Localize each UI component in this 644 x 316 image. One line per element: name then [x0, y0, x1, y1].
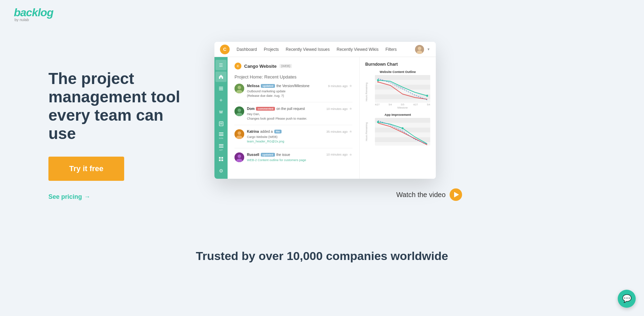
see-pricing-link[interactable]: See pricing →	[48, 193, 194, 201]
svg-rect-14	[219, 147, 223, 148]
activity-time-melissa: 9 minutes ago	[328, 84, 348, 88]
app-screenshot: C Dashboard Projects Recently Viewed Iss…	[214, 42, 436, 179]
app-user-chevron-icon: ▼	[427, 47, 430, 51]
chart-y-label-2: Hours Remaining	[365, 122, 368, 141]
project-title: Cango Website	[244, 64, 277, 69]
sidebar-icon-files[interactable]	[215, 119, 227, 129]
chart-x-labels-1: 4/27 5/4 5/5 4/27 5/4	[375, 103, 430, 106]
activity-name-russell: Russell	[247, 153, 259, 157]
chart-x-label: 5/4	[427, 103, 430, 106]
activity-star-melissa[interactable]: ★	[349, 84, 352, 88]
project-home: C Cango Website (WEB) Project Home: Rece…	[228, 57, 360, 179]
sidebar-svn-label: SVN	[219, 137, 223, 139]
activity-top-katrina: Katrina added a file 35 minutes ago ★	[247, 129, 352, 134]
activity-badge-melissa: updated	[261, 84, 275, 88]
chart-x-label: 5/5	[401, 103, 404, 106]
app-logo-circle: C	[220, 45, 230, 54]
activity-star-russell[interactable]: ★	[349, 152, 352, 157]
activity-name-katrina: Katrina	[247, 130, 259, 133]
app-nav-filters[interactable]: Filters	[385, 47, 397, 52]
sidebar-icon-board[interactable]	[215, 154, 227, 164]
logo-by: by nulab	[15, 18, 630, 22]
svg-rect-8	[220, 124, 222, 124]
sidebar-icon-menu[interactable]: ☰	[215, 60, 227, 70]
svg-rect-11	[219, 135, 223, 136]
app-nav-projects[interactable]: Projects	[264, 47, 279, 52]
chart-container-1: Website Content Outline Hours Remaining	[365, 70, 430, 109]
svg-point-26	[238, 131, 241, 135]
see-pricing-label: See pricing	[48, 193, 82, 201]
sidebar-icon-home[interactable]	[215, 72, 227, 82]
see-pricing-arrow-icon: →	[84, 193, 90, 201]
activity-action-katrina: added a	[260, 130, 273, 133]
activity-badge-katrina: file	[274, 130, 282, 133]
activity-content-russell: Russell updated the issue 10 minutes ago…	[247, 152, 352, 162]
activity-desc-melissa: Outbound marketing update(Release due da…	[247, 89, 352, 98]
chat-icon: 💬	[622, 294, 632, 303]
sidebar-icon-list[interactable]	[215, 83, 227, 94]
activity-time-dom: 10 minutes ago	[326, 107, 348, 111]
svg-point-20	[238, 86, 241, 89]
sidebar-icon-plus[interactable]: +	[215, 95, 227, 105]
activity-content-melissa: Melissa updated the Version/Milestone 9 …	[247, 84, 352, 98]
play-button[interactable]	[450, 188, 462, 201]
sidebar-icon-settings[interactable]: ⚙	[215, 166, 227, 176]
activity-item-katrina: Katrina added a file 35 minutes ago ★ Ca…	[234, 129, 352, 148]
svg-rect-5	[219, 90, 223, 90]
trusted-title: Trusted by over 10,000 companies worldwi…	[0, 249, 644, 263]
chat-bubble[interactable]: 💬	[618, 290, 636, 308]
svg-rect-7	[220, 123, 222, 123]
activity-desc-dom: Hey Dan,Changes look good! Please push t…	[247, 112, 352, 121]
activity-content-dom: Dom commented on the pull request 10 min…	[247, 106, 352, 121]
section-title: Project Home: Recent Updates	[234, 74, 352, 80]
project-badge: (WEB)	[279, 64, 292, 68]
svg-rect-9	[219, 132, 223, 133]
logo: backlog by nulab	[14, 6, 630, 22]
chart-container-2: App Improvement Hours Remaining	[365, 113, 430, 146]
activity-link-russell[interactable]: WEB-2 Content outline for customers page	[247, 158, 306, 162]
activity-link-katrina[interactable]: team_header_RG@2x.png	[247, 140, 284, 143]
svg-rect-12	[219, 144, 223, 145]
chart-x-label: 4/27	[413, 103, 418, 106]
app-nav-right: ▼	[415, 45, 430, 54]
svg-point-32	[426, 95, 428, 97]
activity-badge-russell: updated	[261, 153, 275, 157]
chart-y-label-1: Hours Remaining	[365, 83, 368, 101]
burndown-title: Burndown Chart	[365, 62, 430, 67]
chart-label-2: App Improvement	[365, 113, 430, 117]
activity-content-katrina: Katrina added a file 35 minutes ago ★ Ca…	[247, 129, 352, 143]
svg-rect-10	[219, 134, 223, 134]
activity-top-melissa: Melissa updated the Version/Milestone 9 …	[247, 84, 352, 88]
header: backlog by nulab	[0, 0, 644, 28]
svg-point-23	[238, 109, 241, 112]
sidebar-icon-git[interactable]: GIT	[215, 142, 227, 152]
app-nav-dashboard[interactable]: Dashboard	[237, 47, 257, 52]
activity-star-katrina[interactable]: ★	[349, 129, 352, 134]
activity-star-dom[interactable]: ★	[349, 106, 352, 111]
chart-svg-1	[375, 75, 430, 103]
svg-rect-4	[219, 88, 223, 89]
app-screenshot-wrapper: C Dashboard Projects Recently Viewed Iss…	[214, 42, 436, 179]
activity-desc-katrina: Cargo Website (WEB) team_header_RG@2x.pn…	[247, 135, 352, 143]
activity-badge-dom: commented	[256, 107, 275, 111]
app-topnav: C Dashboard Projects Recently Viewed Iss…	[214, 42, 436, 57]
burndown-panel: Burndown Chart Website Content Outline H…	[360, 57, 436, 179]
app-nav-wikis[interactable]: Recently Viewed Wikis	[337, 47, 378, 52]
app-nav-issues[interactable]: Recently Viewed Issues	[286, 47, 330, 52]
project-header: C Cango Website (WEB)	[234, 63, 352, 69]
hero-left: The project management tool every team c…	[48, 49, 194, 201]
watch-video-text: Watch the video	[396, 191, 446, 199]
sidebar-icon-svn[interactable]: SVN	[215, 130, 227, 141]
try-free-button[interactable]: Try it free	[48, 157, 124, 181]
project-logo-circle: C	[234, 63, 241, 69]
svg-rect-16	[221, 157, 223, 159]
activity-action-russell: the issue	[276, 153, 290, 157]
app-sidebar: ☰ +	[214, 57, 228, 179]
activity-item-melissa: Melissa updated the Version/Milestone 9 …	[234, 84, 352, 102]
sidebar-icon-wiki[interactable]: W	[215, 107, 227, 117]
svg-rect-17	[219, 159, 221, 161]
svg-rect-13	[219, 146, 223, 146]
app-user-avatar[interactable]	[415, 45, 424, 54]
activity-top-russell: Russell updated the issue 10 minutes ago…	[247, 152, 352, 157]
milestone-label-1: Milestone	[375, 106, 430, 109]
